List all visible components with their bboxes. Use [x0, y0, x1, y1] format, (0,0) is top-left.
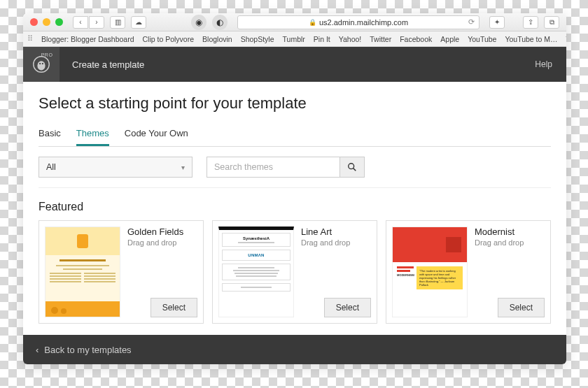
chevron-left-icon: ‹	[36, 345, 38, 355]
select-button[interactable]: Select	[150, 298, 197, 317]
filter-row: All ▾	[38, 157, 551, 188]
mailchimp-logo[interactable]: PRO	[23, 47, 59, 82]
search-group	[206, 157, 365, 178]
template-subtitle: Drag and drop	[127, 238, 197, 247]
extension-icon[interactable]: ◐	[212, 15, 227, 30]
bookmark-item[interactable]: Tumblr	[283, 35, 305, 43]
tabs-button[interactable]: ⧉	[544, 16, 559, 29]
url-text: us2.admin.mailchimp.com	[319, 18, 408, 27]
lock-icon: 🔒	[309, 19, 316, 26]
select-button[interactable]: Select	[324, 298, 371, 317]
template-thumbnail[interactable]	[45, 227, 120, 317]
svg-point-3	[42, 63, 43, 64]
bookmark-item[interactable]: YouTube to M…	[505, 35, 557, 43]
minimize-icon[interactable]	[43, 18, 50, 26]
svg-line-5	[354, 168, 356, 171]
svg-point-1	[37, 61, 45, 70]
tab-basic[interactable]: Basic	[38, 128, 61, 146]
search-input[interactable]	[206, 157, 340, 178]
address-bar[interactable]: 🔒 us2.admin.mailchimp.com ⟳	[237, 15, 479, 29]
template-thumbnail[interactable]: SynæsthesiA UNMΛN	[218, 227, 294, 317]
reload-icon[interactable]: ⟳	[468, 17, 475, 27]
search-icon	[347, 162, 357, 172]
template-tabs: Basic Themes Code Your Own	[38, 128, 551, 147]
bookmark-item[interactable]: Clip to Polyvore	[143, 35, 195, 43]
close-icon[interactable]	[30, 18, 38, 26]
footer-bar: ‹ Back to my templates	[23, 335, 566, 364]
tab-code[interactable]: Code Your Own	[125, 128, 188, 146]
apps-icon[interactable]: ⠿	[27, 34, 33, 43]
share-button[interactable]: ⇪	[523, 16, 538, 29]
search-button[interactable]	[340, 157, 365, 178]
bookmark-item[interactable]: Yahoo!	[339, 35, 362, 43]
template-cards: Golden Fields Drag and drop Select Synæs…	[38, 220, 551, 324]
bookmark-item[interactable]: Pin It	[314, 35, 330, 43]
back-button[interactable]: ‹	[73, 16, 88, 29]
app-header: PRO Create a template Help	[23, 47, 566, 82]
template-subtitle: Drag and drop	[301, 238, 371, 247]
page-heading: Select a starting point for your templat…	[38, 94, 551, 113]
svg-point-2	[39, 63, 41, 64]
template-title: Golden Fields	[127, 227, 197, 237]
template-card: SynæsthesiA UNMΛN Line Art Drag and drop…	[212, 220, 377, 324]
featured-heading: Featured	[38, 201, 551, 213]
select-value: All	[46, 162, 56, 172]
bookmark-item[interactable]: YouTube	[468, 35, 496, 43]
browser-window: ‹ › ▥ ☁ ◉ ◐ 🔒 us2.admin.mailchimp.com ⟳ …	[23, 13, 566, 364]
bookmarks-bar: ⠿ Blogger: Blogger Dashboard Clip to Pol…	[23, 31, 566, 47]
template-title: Line Art	[301, 227, 371, 237]
back-link[interactable]: Back to my templates	[44, 345, 131, 355]
template-card: MODERNISM "The modern artist is working …	[386, 220, 551, 324]
template-thumbnail[interactable]: MODERNISM "The modern artist is working …	[392, 227, 468, 317]
template-subtitle: Drag and drop	[475, 238, 545, 247]
window-controls	[30, 18, 63, 26]
tab-themes[interactable]: Themes	[76, 128, 109, 146]
chevron-down-icon: ▾	[181, 164, 185, 171]
category-select[interactable]: All ▾	[38, 157, 192, 178]
sidebar-button[interactable]: ▥	[110, 16, 125, 29]
titlebar: ‹ › ▥ ☁ ◉ ◐ 🔒 us2.admin.mailchimp.com ⟳ …	[23, 13, 566, 31]
bookmark-item[interactable]: Twitter	[370, 35, 391, 43]
forward-button[interactable]: ›	[89, 16, 104, 29]
main-content: Select a starting point for your templat…	[23, 82, 566, 335]
nav-buttons: ‹ ›	[73, 16, 104, 29]
bookmark-item[interactable]: Bloglovin	[202, 35, 232, 43]
bookmark-item[interactable]: Blogger: Blogger Dashboard	[41, 35, 134, 43]
pinterest-icon[interactable]: ◉	[191, 15, 206, 30]
app-title: Create a template	[59, 47, 157, 82]
pro-badge: PRO	[41, 52, 53, 57]
zoom-icon[interactable]	[55, 18, 63, 26]
icloud-button[interactable]: ☁	[131, 16, 146, 29]
reader-button[interactable]: ✦	[489, 16, 505, 29]
bookmark-item[interactable]: Apple	[440, 35, 459, 43]
template-title: Modernist	[475, 227, 545, 237]
template-card: Golden Fields Drag and drop Select	[38, 220, 204, 324]
help-link[interactable]: Help	[521, 47, 566, 82]
bookmark-item[interactable]: Facebook	[400, 35, 432, 43]
select-button[interactable]: Select	[498, 298, 545, 317]
bookmark-item[interactable]: ShopStyle	[241, 35, 274, 43]
svg-point-4	[349, 164, 354, 169]
